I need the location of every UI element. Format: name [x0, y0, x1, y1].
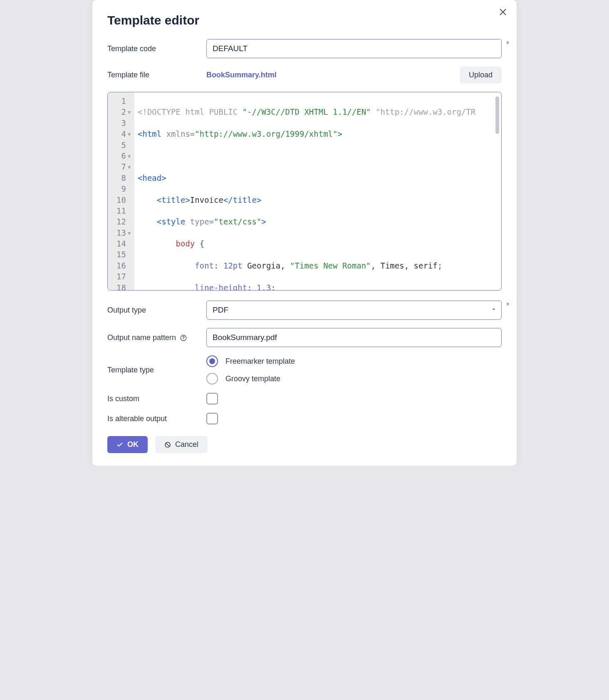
output-name-pattern-input[interactable] [206, 328, 502, 347]
code-editor[interactable]: 1 2▾3 4▾5 6▾7▾8 9 10 11 12 13▾14 15 16 1… [107, 92, 502, 291]
template-editor-modal: Template editor Template code * Template… [92, 0, 517, 466]
radio-label: Freemarker template [225, 357, 295, 366]
close-button[interactable] [498, 7, 508, 18]
radio-option-groovy[interactable]: Groovy template [206, 373, 295, 385]
label-template-type: Template type [107, 366, 203, 375]
row-template-code: Template code * [107, 39, 502, 58]
label-output-name-pattern: Output name pattern [107, 333, 203, 342]
ok-button[interactable]: OK [107, 436, 148, 453]
label-is-alterable: Is alterable output [107, 414, 203, 423]
check-icon [116, 441, 123, 448]
row-is-alterable: Is alterable output [107, 413, 502, 424]
modal-title: Template editor [107, 13, 502, 27]
help-icon[interactable] [180, 334, 187, 342]
required-indicator: * [506, 301, 509, 310]
row-output-name-pattern: Output name pattern [107, 328, 502, 347]
ok-button-label: OK [127, 440, 139, 449]
row-output-type: Output type * [107, 301, 502, 320]
svg-line-5 [166, 443, 169, 446]
is-alterable-checkbox[interactable] [206, 413, 218, 424]
row-template-type: Template type Freemarker template Groovy… [107, 355, 502, 385]
action-bar: OK Cancel [107, 436, 502, 453]
cancel-button[interactable]: Cancel [155, 436, 208, 453]
row-is-custom: Is custom [107, 393, 502, 404]
radio-option-freemarker[interactable]: Freemarker template [206, 355, 295, 367]
radio-label: Groovy template [225, 375, 280, 383]
radio-icon [206, 373, 218, 385]
cancel-icon [164, 441, 171, 448]
label-template-code: Template code [107, 44, 203, 53]
row-template-file: Template file BookSummary.html Upload [107, 67, 502, 84]
label-is-custom: Is custom [107, 394, 203, 403]
template-code-input[interactable] [206, 39, 502, 58]
code-gutter: 1 2▾3 4▾5 6▾7▾8 9 10 11 12 13▾14 15 16 1… [108, 92, 134, 290]
cancel-button-label: Cancel [175, 440, 198, 449]
scrollbar-thumb[interactable] [495, 96, 499, 134]
required-indicator: * [506, 40, 509, 49]
is-custom-checkbox[interactable] [206, 393, 218, 404]
label-template-file: Template file [107, 71, 203, 79]
upload-button[interactable]: Upload [460, 67, 502, 84]
output-type-select[interactable] [206, 301, 502, 320]
svg-point-3 [183, 339, 184, 340]
close-icon [498, 7, 508, 17]
output-type-value[interactable] [206, 301, 502, 320]
label-output-type: Output type [107, 306, 203, 315]
code-body: <!DOCTYPE html PUBLIC "-//W3C//DTD XHTML… [134, 92, 501, 291]
template-file-link[interactable]: BookSummary.html [206, 71, 456, 79]
radio-icon [206, 355, 218, 367]
